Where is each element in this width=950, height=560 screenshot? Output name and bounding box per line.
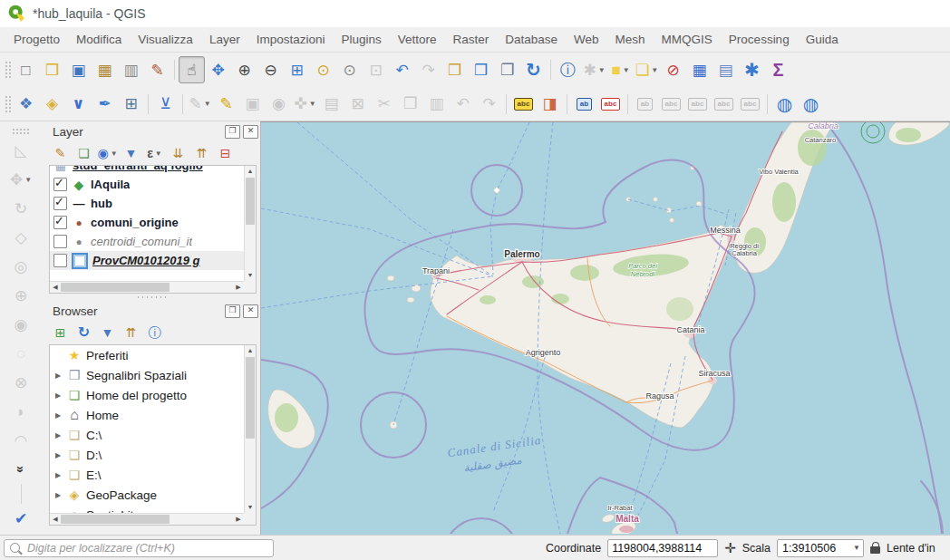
menu-mmqgis[interactable]: MMQGIS xyxy=(654,29,721,50)
new-print-layout-icon[interactable]: ▦ xyxy=(92,56,118,83)
zoom-out-icon[interactable]: ⊖ xyxy=(257,56,284,83)
layer-visibility-checkbox[interactable] xyxy=(53,235,67,248)
scroll-down-icon[interactable]: ▼ xyxy=(245,502,256,513)
panel-splitter[interactable] xyxy=(42,294,260,301)
filter-legend-icon[interactable]: ▼ xyxy=(120,142,142,164)
expand-arrow-icon[interactable]: ▶ xyxy=(53,491,63,499)
menu-processing[interactable]: Processing xyxy=(721,29,798,50)
scale-select[interactable]: 1:3910506 ▼ xyxy=(777,539,864,557)
new-project-icon[interactable]: □ xyxy=(13,56,39,83)
menu-modifica[interactable]: Modifica xyxy=(68,29,130,50)
scroll-right-icon[interactable]: ▶ xyxy=(233,514,244,525)
layer-item-comuni-origine[interactable]: ●comuni_origine xyxy=(50,213,244,232)
zoom-to-selection-icon[interactable]: ⊙ xyxy=(310,56,336,83)
manage-map-themes-icon[interactable]: ◉▼ xyxy=(96,142,119,164)
select-by-value-icon[interactable]: ❏▼ xyxy=(634,56,660,83)
filter-expression-icon[interactable]: ε▼ xyxy=(143,142,166,164)
browser-item-spatialite[interactable]: ▶✒SpatiaLite xyxy=(50,505,244,513)
toggle-editing-icon[interactable]: ✎ xyxy=(213,91,239,118)
refresh-map-icon[interactable]: ↻ xyxy=(520,56,547,83)
layout-manager-icon[interactable]: ▥ xyxy=(118,56,144,83)
layer-diagram-icon[interactable]: ◨ xyxy=(537,91,563,118)
toolbar-handle[interactable] xyxy=(11,127,31,134)
menu-plugins[interactable]: Plugins xyxy=(333,29,389,50)
locator-search[interactable] xyxy=(4,539,274,557)
extents-toggle-icon[interactable]: ✛ xyxy=(724,540,736,556)
browser-item-preferiti[interactable]: ★Preferiti xyxy=(50,345,244,365)
scroll-up-icon[interactable]: ▲ xyxy=(245,345,256,356)
more-tools-chevron-icon[interactable]: » xyxy=(6,455,35,484)
expand-arrow-icon[interactable]: ▶ xyxy=(53,451,63,459)
deselect-features-icon[interactable]: ⊘ xyxy=(660,56,686,83)
layer-visibility-checkbox[interactable] xyxy=(53,216,67,229)
layer-labeling-icon[interactable]: abc xyxy=(510,91,537,118)
open-project-icon[interactable]: ❒ xyxy=(39,56,65,83)
layer-item-stud-entranti-aq-foglio[interactable]: ▦stud_entranti_aq foglio xyxy=(50,166,244,175)
new-geopackage-layer-icon[interactable]: ◈ xyxy=(39,91,65,118)
toolbar-handle[interactable] xyxy=(4,94,11,114)
refresh-browser-icon[interactable]: ↻ xyxy=(73,322,95,343)
browser-float-icon[interactable]: ❐ xyxy=(225,304,240,318)
style-manager-icon[interactable]: ✎ xyxy=(144,56,170,83)
layers-vertical-scrollbar[interactable]: ▲ ▼ xyxy=(244,166,256,281)
zoom-in-icon[interactable]: ⊕ xyxy=(231,56,257,83)
check-geometries-icon[interactable]: ✔ xyxy=(6,504,35,533)
map-canvas[interactable]: PalermoTrapaniAgrigentoCataniaMessinaReg… xyxy=(260,121,950,535)
menu-vettore[interactable]: Vettore xyxy=(390,29,445,50)
web-service-globe-icon[interactable]: ◍ xyxy=(798,91,824,118)
show-bookmarks-icon[interactable]: ❒ xyxy=(468,56,494,83)
properties-info-icon[interactable]: ⓘ xyxy=(143,322,166,343)
locator-input[interactable] xyxy=(25,541,267,555)
browser-item-e-[interactable]: ▶❏E:\ xyxy=(50,465,244,485)
browser-item-home-del-progetto[interactable]: ▶❏Home del progetto xyxy=(50,385,244,405)
layer-visibility-checkbox[interactable] xyxy=(53,254,67,267)
zoom-last-icon[interactable]: ↶ xyxy=(389,56,415,83)
browser-vertical-scrollbar[interactable]: ▲ ▼ xyxy=(244,345,256,513)
open-layer-styling-icon[interactable]: ✎ xyxy=(49,142,72,164)
toolbar-handle[interactable] xyxy=(4,60,11,80)
save-project-icon[interactable]: ▣ xyxy=(65,56,92,83)
highlight-pinned-labels-icon[interactable]: abc xyxy=(597,91,624,118)
expand-arrow-icon[interactable]: ▶ xyxy=(53,471,63,479)
metasearch-globe-icon[interactable]: ◍ xyxy=(771,91,798,118)
browser-item-d-[interactable]: ▶❏D:\ xyxy=(50,445,244,465)
add-group-icon[interactable]: ❏ xyxy=(73,142,95,164)
menu-layer[interactable]: Layer xyxy=(201,29,248,50)
menu-visualizza[interactable]: Visualizza xyxy=(130,29,201,50)
remove-layer-icon[interactable]: ⊟ xyxy=(214,142,237,164)
layer-item-laquila[interactable]: ◆lAquila xyxy=(50,175,244,194)
new-spatialite-layer-icon[interactable]: ✒ xyxy=(92,91,118,118)
browser-horizontal-scrollbar[interactable]: ◀ ▶ xyxy=(50,513,244,525)
menu-mesh[interactable]: Mesh xyxy=(607,29,654,50)
scroll-left-icon[interactable]: ◀ xyxy=(50,282,61,293)
new-virtual-layer-icon[interactable]: ⊞ xyxy=(118,91,144,118)
scroll-up-icon[interactable]: ▲ xyxy=(245,166,256,177)
layers-float-icon[interactable]: ❐ xyxy=(225,125,240,139)
browser-item-home[interactable]: ▶⌂Home xyxy=(50,405,244,425)
identify-features-icon[interactable]: ⓘ xyxy=(555,56,581,83)
open-attribute-table-icon[interactable]: ▦ xyxy=(686,56,712,83)
add-selected-layers-icon[interactable]: ⊞ xyxy=(49,322,72,343)
expand-all-icon[interactable]: ⇊ xyxy=(167,142,189,164)
browser-item-geopackage[interactable]: ▶◈GeoPackage xyxy=(50,485,244,505)
browser-item-segnalibri-spaziali[interactable]: ▶❒Segnalibri Spaziali xyxy=(50,365,244,385)
filter-browser-icon[interactable]: ▼ xyxy=(96,322,119,343)
menu-database[interactable]: Database xyxy=(497,29,566,50)
expand-arrow-icon[interactable]: ▶ xyxy=(53,372,63,380)
collapse-browser-icon[interactable]: ⇈ xyxy=(120,322,142,343)
pan-map-icon[interactable]: ☝ xyxy=(179,56,205,83)
browser-item-c-[interactable]: ▶❏C:\ xyxy=(50,425,244,445)
pan-to-selection-icon[interactable]: ✥ xyxy=(205,56,231,83)
coordinate-input[interactable] xyxy=(607,539,718,557)
expand-arrow-icon[interactable]: ▶ xyxy=(53,411,63,420)
data-source-manager-icon[interactable]: ❖ xyxy=(13,91,39,118)
menu-impostazioni[interactable]: Impostazioni xyxy=(248,29,334,50)
pin-labels-icon[interactable]: ab xyxy=(571,91,597,118)
new-temporary-scratch-layer-icon[interactable]: ⊻ xyxy=(152,91,179,118)
browser-close-icon[interactable]: ✕ xyxy=(243,304,258,318)
menu-web[interactable]: Web xyxy=(566,29,607,50)
bookmark-manager-icon[interactable]: ❐ xyxy=(494,56,520,83)
processing-toolbox-icon[interactable]: ✱ xyxy=(739,56,765,83)
menu-raster[interactable]: Raster xyxy=(445,29,498,50)
scroll-down-icon[interactable]: ▼ xyxy=(245,270,256,281)
